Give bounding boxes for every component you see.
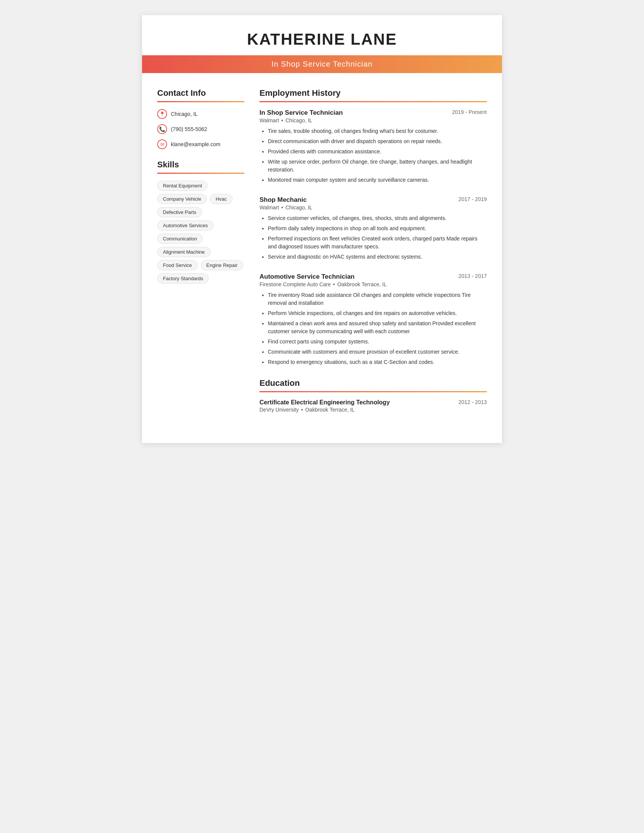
job-bullets: Tire sales, trouble shooting, oil change… — [259, 127, 487, 184]
list-item: Provided clients with communication assi… — [268, 148, 487, 156]
education-divider — [259, 391, 487, 392]
candidate-name: KATHERINE LANE — [150, 30, 494, 48]
list-item: Find correct parts using computer system… — [268, 338, 487, 346]
list-item: Perform Vehicle inspections, oil changes… — [268, 309, 487, 317]
main-content: Employment History In Shop Service Techn… — [259, 88, 487, 413]
location-icon: 📍 — [157, 109, 167, 119]
job-header: In Shop Service Technician 2019 - Presen… — [259, 109, 487, 117]
list-item: Write up service order, perform Oil chan… — [268, 158, 487, 174]
list-item: Monitored main computer system and secur… — [268, 176, 487, 184]
job-bullets: Service customer vehicles, oil changes, … — [259, 214, 487, 261]
skill-tag: Rental Equipment — [157, 181, 208, 191]
list-item: Tire sales, trouble shooting, oil change… — [268, 127, 487, 135]
skills-section-title: Skills — [157, 160, 244, 170]
location-text: Chicago, IL — [171, 111, 198, 117]
skills-list: Rental EquipmentCompany VehicleHvacDefec… — [157, 181, 244, 284]
list-item: Direct communication with driver and dis… — [268, 137, 487, 145]
contact-divider — [157, 101, 244, 102]
job-entry: Shop Mechanic 2017 - 2019 Walmart•Chicag… — [259, 196, 487, 261]
skill-tag: Communication — [157, 234, 203, 244]
list-item: Performed inspections on fleet vehicles … — [268, 235, 487, 251]
skill-tag: Defective Parts — [157, 207, 202, 217]
job-bullets: Tire inventory Road side assistance Oil … — [259, 291, 487, 366]
job-dates: 2013 - 2017 — [458, 273, 487, 279]
job-title-text: Shop Mechanic — [259, 196, 307, 204]
skill-tag: Factory Standards — [157, 273, 209, 284]
body-layout: Contact Info 📍 Chicago, IL 📞 (790) 555-5… — [142, 73, 502, 420]
employment-section-title: Employment History — [259, 88, 487, 98]
list-item: Service customer vehicles, oil changes, … — [268, 214, 487, 222]
edu-entry: Certificate Electrical Engineering Techn… — [259, 399, 487, 413]
job-title-text: In Shop Service Technician — [259, 109, 343, 117]
edu-degree: Certificate Electrical Engineering Techn… — [259, 399, 390, 406]
title-bar: In Shop Service Technician — [142, 55, 502, 73]
list-item: Service and diagnostic on HVAC systems a… — [268, 253, 487, 261]
job-dates: 2019 - Present — [452, 109, 487, 115]
list-item: Maintained a clean work area and assured… — [268, 320, 487, 336]
email-icon: ✉ — [157, 139, 167, 149]
job-company: Firestone Complete Auto Care•Oakbrook Te… — [259, 281, 487, 287]
sidebar: Contact Info 📍 Chicago, IL 📞 (790) 555-5… — [157, 88, 244, 413]
job-dates: 2017 - 2019 — [458, 196, 487, 202]
job-company: Walmart•Chicago, IL — [259, 117, 487, 124]
skill-tag: Alignment Machine — [157, 247, 211, 257]
list-item: Respond to emergency situations, such as… — [268, 358, 487, 366]
education-section: Education Certificate Electrical Enginee… — [259, 378, 487, 413]
employment-divider — [259, 101, 487, 102]
contact-phone: 📞 (790) 555-5062 — [157, 124, 244, 134]
skill-tag: Food Service — [157, 260, 198, 270]
email-text: klane@example.com — [171, 141, 221, 147]
phone-icon: 📞 — [157, 124, 167, 134]
job-title: In Shop Service Technician — [272, 60, 373, 68]
skill-tag: Automotive Services — [157, 220, 214, 231]
edu-dates: 2012 - 2013 — [458, 399, 487, 405]
list-item: Perform daily safety inspections in shop… — [268, 225, 487, 233]
job-header: Shop Mechanic 2017 - 2019 — [259, 196, 487, 204]
list-item: Tire inventory Road side assistance Oil … — [268, 291, 487, 307]
contact-section-title: Contact Info — [157, 88, 244, 98]
job-entry: In Shop Service Technician 2019 - Presen… — [259, 109, 487, 184]
phone-text: (790) 555-5062 — [171, 126, 207, 132]
edu-school: DeVry University•Oakbrook Terrace, IL — [259, 407, 390, 413]
job-title-text: Automotive Service Technician — [259, 273, 354, 281]
contact-location: 📍 Chicago, IL — [157, 109, 244, 119]
skill-tag: Hvac — [210, 194, 233, 204]
employment-section: Employment History In Shop Service Techn… — [259, 88, 487, 366]
contact-email: ✉ klane@example.com — [157, 139, 244, 149]
list-item: Communicate with customers and ensure pr… — [268, 348, 487, 356]
resume-document: KATHERINE LANE In Shop Service Technicia… — [142, 15, 502, 443]
job-entry: Automotive Service Technician 2013 - 201… — [259, 273, 487, 366]
skill-tag: Company Vehicle — [157, 194, 207, 204]
skills-divider — [157, 173, 244, 174]
resume-header: KATHERINE LANE — [142, 15, 502, 48]
jobs-container: In Shop Service Technician 2019 - Presen… — [259, 109, 487, 366]
job-company: Walmart•Chicago, IL — [259, 204, 487, 211]
skills-section: Skills Rental EquipmentCompany VehicleHv… — [157, 160, 244, 284]
edu-details: Certificate Electrical Engineering Techn… — [259, 399, 390, 413]
contact-section: Contact Info 📍 Chicago, IL 📞 (790) 555-5… — [157, 88, 244, 149]
job-header: Automotive Service Technician 2013 - 201… — [259, 273, 487, 281]
skill-tag: Engine Repair — [201, 260, 243, 270]
education-section-title: Education — [259, 378, 487, 388]
edu-container: Certificate Electrical Engineering Techn… — [259, 399, 487, 413]
